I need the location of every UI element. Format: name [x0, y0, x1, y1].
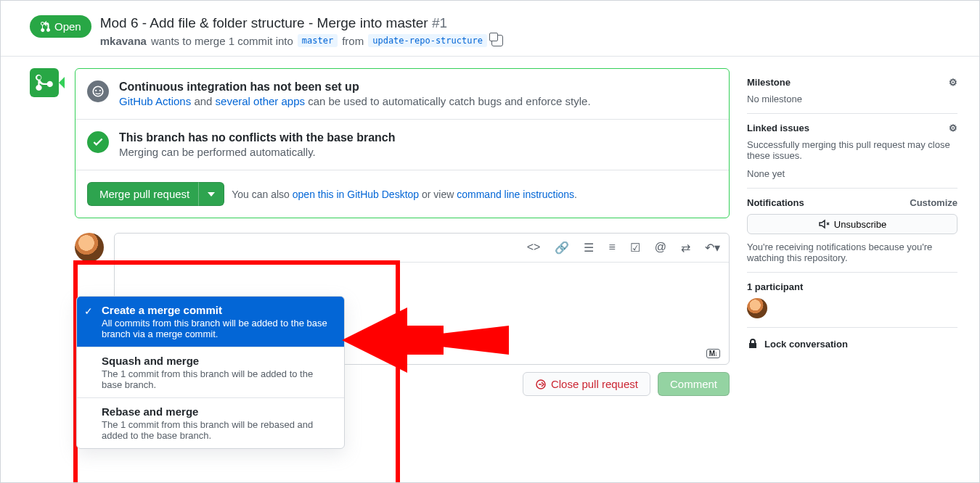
pr-subtitle: mkavana wants to merge 1 commit into mas…	[100, 34, 503, 47]
task-icon[interactable]: ☑	[630, 241, 640, 255]
gear-icon[interactable]: ⚙	[949, 123, 957, 133]
other-apps-link[interactable]: several other apps	[216, 95, 305, 107]
linked-desc: Successfully merging this pull request m…	[747, 139, 957, 161]
participants-heading: 1 participant	[747, 281, 803, 292]
lock-conversation[interactable]: Lock conversation	[747, 328, 957, 350]
check-icon	[87, 131, 109, 153]
merge-dropdown-toggle[interactable]	[198, 182, 224, 206]
link-icon[interactable]: 🔗	[555, 241, 569, 255]
notif-heading: Notifications	[747, 197, 804, 208]
mention-icon[interactable]: @	[655, 241, 666, 255]
sidebar: Milestone ⚙ No milestone Linked issues ⚙…	[747, 68, 957, 410]
customize-link[interactable]: Customize	[910, 197, 957, 208]
lock-icon	[747, 338, 759, 350]
pr-icon	[40, 21, 52, 33]
ci-title: Continuous integration has not been set …	[119, 80, 717, 94]
merge-button[interactable]: Merge pull request	[87, 182, 202, 206]
merge-hint: You can also open this in GitHub Desktop…	[232, 189, 577, 200]
reply-icon[interactable]: ↶▾	[705, 241, 720, 255]
participant-avatar[interactable]	[747, 298, 767, 318]
cli-link[interactable]: command line instructions	[457, 189, 574, 200]
unsubscribe-button[interactable]: Unsubscribe	[747, 214, 957, 234]
linked-heading: Linked issues	[747, 123, 809, 133]
crossref-icon[interactable]: ⇄	[681, 241, 690, 255]
markdown-badge: M↓	[706, 349, 720, 358]
svg-point-1	[95, 90, 97, 91]
comment-button[interactable]: Comment	[658, 372, 730, 396]
close-pr-button[interactable]: Close pull request	[523, 372, 650, 396]
mute-icon	[818, 218, 830, 230]
svg-point-2	[99, 90, 101, 91]
gh-actions-link[interactable]: GitHub Actions	[119, 95, 191, 107]
milestone-heading: Milestone	[747, 77, 791, 88]
check-icon: ✓	[84, 305, 93, 317]
caret-down-icon	[208, 192, 215, 197]
avatar	[75, 233, 104, 262]
copy-icon[interactable]	[491, 35, 503, 46]
milestone-value: No milestone	[747, 94, 957, 104]
merge-timeline-icon	[30, 68, 59, 97]
compare-branch[interactable]: update-repo-structure	[368, 34, 487, 47]
linked-value: None yet	[747, 168, 957, 179]
ci-desc: GitHub Actions and several other apps ca…	[119, 95, 717, 107]
ci-icon	[87, 80, 109, 102]
merge-method-dropdown: ✓ Create a merge commit All commits from…	[76, 296, 345, 449]
conflict-title: This branch has no conflicts with the ba…	[119, 131, 717, 144]
code-icon[interactable]: <>	[527, 241, 541, 255]
dd-rebase[interactable]: Rebase and merge The 1 commit from this …	[77, 397, 344, 448]
dd-create-merge[interactable]: ✓ Create a merge commit All commits from…	[77, 297, 344, 347]
pr-title: Mod 6 - Add file & folder structure - Me…	[100, 15, 503, 31]
dd-squash[interactable]: Squash and merge The 1 commit from this …	[77, 347, 344, 397]
svg-point-0	[93, 86, 103, 96]
ol-icon[interactable]: ≡	[608, 241, 615, 255]
close-pr-icon	[535, 379, 547, 390]
notif-desc: You're receiving notifications because y…	[747, 242, 957, 263]
status-badge: Open	[30, 15, 91, 38]
desktop-link[interactable]: open this in GitHub Desktop	[293, 189, 419, 200]
conflict-desc: Merging can be performed automatically.	[119, 146, 717, 158]
ul-icon[interactable]: ☰	[584, 241, 594, 255]
merge-card: Continuous integration has not been set …	[75, 68, 730, 218]
comment-toolbar: <> 🔗 ☰ ≡ ☑ @ ⇄ ↶▾	[115, 234, 729, 263]
base-branch[interactable]: master	[298, 34, 338, 47]
gear-icon[interactable]: ⚙	[949, 77, 957, 88]
